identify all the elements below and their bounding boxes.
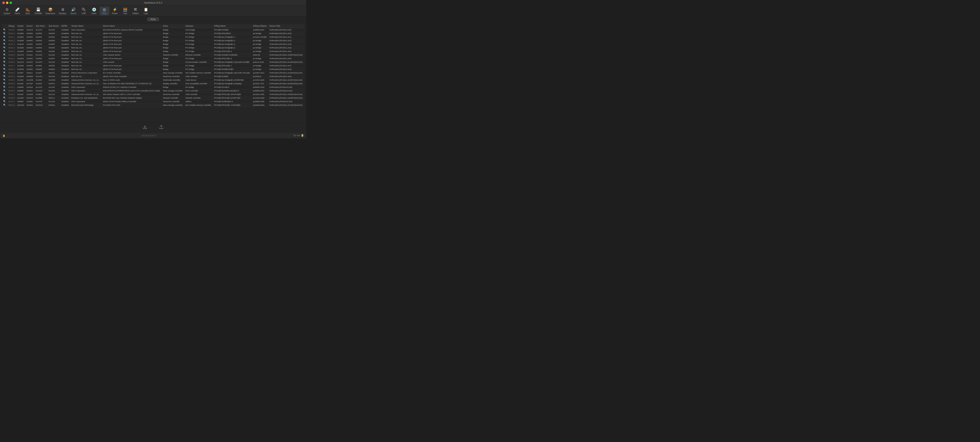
row-search-icon[interactable]: 🔍	[2, 103, 7, 107]
table-row: 🔍00:01.30x1B360x000C0x00000x0000Disabled…	[2, 43, 304, 46]
toolbar-label-usb: USB	[82, 12, 86, 14]
row-search-icon[interactable]: 🔍	[2, 89, 7, 93]
close-button[interactable]	[2, 2, 5, 4]
maximize-button[interactable]	[10, 2, 12, 4]
cell-11-9: Bridge	[162, 68, 184, 71]
cell-9-13: PciRoot(0x1)/Pci(0x1,0x1)/Pci(0x0,0x0)	[268, 60, 304, 64]
pcie-icon: ▦	[103, 7, 106, 12]
cell-1-4: 0x0000	[35, 32, 48, 35]
table-row: 🔍00:02.00x1B360x000C0x00000x0000Disabled…	[2, 68, 304, 71]
row-search-icon[interactable]: 🔍	[2, 43, 7, 46]
row-search-icon[interactable]: 🔍	[2, 57, 7, 60]
cell-7-7: Red Hat, Inc.	[70, 53, 102, 57]
toolbar-item-displays[interactable]: 🖥 Displays	[57, 7, 68, 15]
cell-19-9: Network controller	[162, 96, 184, 100]
table-row: 🔍00:1F.00x80880x29180x1AF40x1100Disabled…	[2, 86, 304, 89]
cell-21-12: pcie0a9,540a	[252, 103, 268, 107]
toolbar-item-utilities[interactable]: 🛠 Utilities	[130, 7, 140, 15]
row-search-icon[interactable]: 🔍	[2, 74, 7, 78]
row-search-icon[interactable]: 🔍	[2, 82, 7, 86]
cell-11-1: 00:02.0	[7, 68, 16, 71]
toolbar-label-utilities: Utilities	[132, 12, 139, 14]
cell-16-9: Bridge	[162, 86, 184, 89]
cell-0-11: /PCI0@1/S00@0	[213, 28, 252, 32]
cell-12-3: 0x5012	[25, 71, 35, 74]
main-content: Debug Vendor Device Sub Vend... Sub Devi…	[0, 22, 306, 122]
col-debug: Debug	[7, 24, 16, 28]
toolbar-item-sound[interactable]: 🔊 Sound	[68, 6, 78, 15]
row-search-icon[interactable]: 🔍	[2, 86, 7, 89]
row-search-icon[interactable]: 🔍	[2, 60, 7, 64]
cell-6-12: pci-bridge	[252, 49, 268, 53]
cell-4-5: 0x0000	[48, 43, 60, 46]
toolbar-item-extensions[interactable]: 📦 Extensions	[44, 6, 57, 15]
cell-11-7: Red Hat, Inc.	[70, 68, 102, 71]
cell-21-1: 08:00.0	[7, 103, 16, 107]
cell-5-12: pci-bridge	[252, 46, 268, 49]
row-search-icon[interactable]: 🔍	[2, 100, 7, 103]
toolbar-label-power: Power	[112, 12, 118, 14]
toolbar-item-logs[interactable]: 📋 Logs	[141, 6, 151, 15]
displays-icon: 🖥	[61, 8, 64, 12]
row-search-icon[interactable]: 🔍	[2, 35, 7, 39]
row-search-icon[interactable]: 🔍	[2, 96, 7, 100]
cell-17-12: pci8086,2922	[252, 89, 268, 93]
toolbar-item-nvram[interactable]: 💾 NVRAM	[33, 6, 43, 15]
col-subvend: Sub Vend...	[35, 24, 48, 28]
toolbar-item-power[interactable]: ⚡ Power	[110, 6, 120, 15]
cell-10-2: 0x1B36	[16, 64, 25, 68]
toolbar-item-boot[interactable]: 🥾 Boot	[23, 6, 33, 15]
table-row: 🔍00:01.70x1B360x000C0x00000x0000Disabled…	[2, 64, 304, 68]
row-search-icon[interactable]: 🔍	[2, 39, 7, 43]
row-search-icon[interactable]: 🔍	[2, 53, 7, 57]
row-search-icon[interactable]: 🔍	[2, 64, 7, 68]
cell-7-4: 0x1AF4	[35, 53, 48, 57]
cell-15-1: 03:00.0	[7, 82, 16, 86]
cell-5-8: QEMU PCIe Root port	[102, 46, 162, 49]
cell-0-13: PciRoot(0x1)/Pci(0x0,0x0)	[268, 28, 304, 32]
toolbar-item-disks[interactable]: 💿 Disks	[89, 6, 99, 15]
minimize-button[interactable]	[6, 2, 8, 4]
cell-3-12: pci-bridge	[252, 39, 268, 43]
cell-8-13: PciRoot(0x1)/Pci(0x1,0x6)	[268, 57, 304, 60]
row-search-icon[interactable]: 🔍	[2, 46, 7, 49]
row-search-icon[interactable]: 🔍	[2, 78, 7, 82]
row-search-icon[interactable]: 🔍	[2, 71, 7, 74]
cell-1-11: /PCI0@1/PEG@2/0	[213, 32, 252, 35]
cell-10-7: Red Hat, Inc.	[70, 64, 102, 68]
download-button[interactable]	[141, 124, 149, 131]
toolbar-item-pcie[interactable]: ▦ PCIe	[99, 6, 110, 15]
cell-10-3: 0x000C	[25, 64, 35, 68]
cell-15-7: Advanced Micro Devices, Inc. [A...	[70, 82, 102, 86]
cell-18-5: 0x1142	[48, 93, 60, 96]
disks-icon: 💿	[92, 7, 96, 12]
cell-16-5: 0x1100	[48, 86, 60, 89]
cell-13-6: Disabled	[60, 74, 70, 78]
cell-1-3: 0x000C	[25, 32, 35, 35]
cell-0-4: 0x1AF4	[35, 28, 48, 32]
row-search-icon[interactable]: 🔍	[2, 28, 7, 32]
cell-2-5: 0x0000	[48, 35, 60, 39]
toolbar-item-usb[interactable]: 🔌 USB	[79, 6, 89, 15]
toolbar-item-system[interactable]: ⚙ System	[2, 6, 12, 15]
cell-17-4: 0x1AF4	[35, 89, 48, 93]
row-search-icon[interactable]: 🔍	[2, 49, 7, 53]
row-search-icon[interactable]: 🔍	[2, 93, 7, 96]
row-search-icon[interactable]: 🔍	[2, 32, 7, 35]
cell-2-2: 0x1B36	[16, 35, 25, 39]
toolbar-item-calc[interactable]: 🧮 Calc	[120, 6, 130, 15]
cell-6-9: Bridge	[162, 49, 184, 53]
table-row: 🔍04:00.10x10020x43D50x1B210x1142Disabled…	[2, 93, 304, 96]
toolbar-label-extensions: Extensions	[45, 12, 55, 14]
cell-9-8: Virtio console	[102, 60, 162, 64]
toolbar-item-patch[interactable]: 🩹 Patch	[12, 6, 22, 15]
cell-18-3: 0x43D5	[25, 93, 35, 96]
cell-9-10: Communication controller	[184, 60, 213, 64]
calc-icon: 🧮	[123, 7, 127, 12]
export-button[interactable]	[157, 124, 165, 131]
toolbar-label-logs: Logs	[144, 12, 148, 14]
cell-3-1: 00:01.2	[7, 39, 16, 43]
cell-13-9: Serial bus controller	[162, 74, 184, 78]
row-search-icon[interactable]: 🔍	[2, 68, 7, 71]
cell-2-8: QEMU PCIe Root port	[102, 35, 162, 39]
